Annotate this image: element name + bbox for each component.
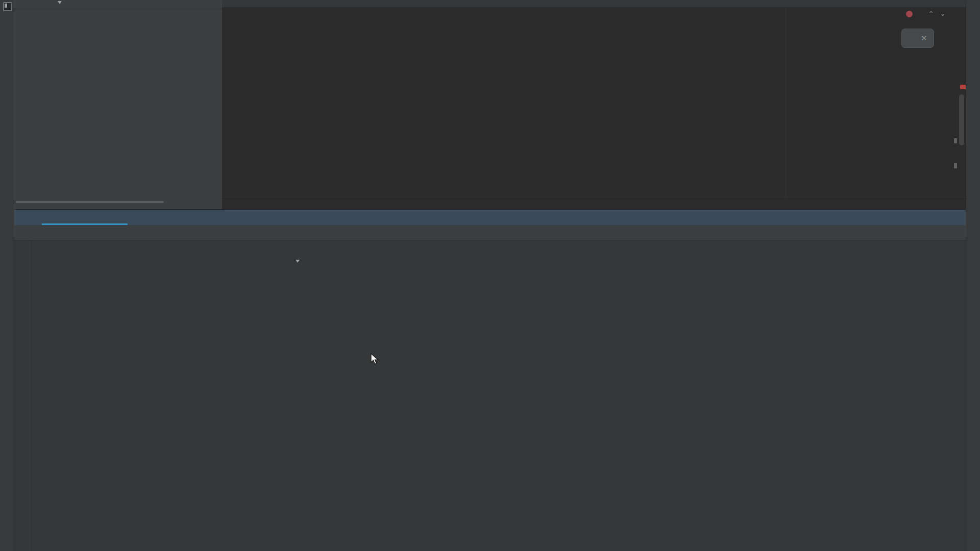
- editor[interactable]: ⌃ ⌄ ✕: [222, 0, 966, 209]
- right-margin-guide: [786, 7, 786, 197]
- left-tool-strip: [0, 0, 14, 551]
- project-panel-header: [14, 0, 222, 9]
- horizontal-scrollbar[interactable]: [16, 201, 164, 203]
- gear-icon[interactable]: [172, 1, 180, 9]
- project-view-icon: [17, 1, 25, 9]
- frames-panel: [32, 240, 304, 551]
- arrow-down-icon[interactable]: [280, 258, 287, 265]
- next-problem-icon[interactable]: ⌄: [939, 10, 947, 17]
- debug-panel-header: [14, 210, 966, 225]
- editor-scrollbar[interactable]: [959, 94, 964, 145]
- collapse-all-icon[interactable]: [143, 1, 152, 9]
- project-panel: [14, 0, 222, 209]
- arrow-up-icon[interactable]: [262, 258, 270, 265]
- locate-file-icon[interactable]: [130, 1, 138, 9]
- thread-selector[interactable]: [32, 254, 304, 269]
- debug-side-toolbar: [14, 240, 32, 551]
- inspection-widget[interactable]: ⌃ ⌄: [906, 10, 947, 17]
- ide-window: ⌃ ⌄ ✕: [0, 0, 980, 551]
- structure-icon[interactable]: [3, 507, 11, 516]
- error-indicator-icon: [906, 11, 913, 17]
- debug-panel: [14, 209, 966, 551]
- chevron-down-icon[interactable]: [58, 1, 62, 4]
- tool-window-icon: [3, 2, 12, 11]
- code-area[interactable]: [222, 7, 966, 197]
- gear-icon[interactable]: [944, 213, 952, 221]
- prev-problem-icon[interactable]: ⌃: [927, 10, 935, 17]
- breadcrumb: [222, 197, 966, 209]
- pull-requests-icon[interactable]: [3, 108, 11, 117]
- stripe-mark[interactable]: [954, 138, 957, 143]
- debug-toolbar: [14, 225, 966, 241]
- right-tool-strip: [966, 0, 980, 551]
- editor-tab-bar: [222, 0, 966, 7]
- mouse-cursor: [371, 353, 379, 367]
- chevron-down-icon[interactable]: [296, 260, 303, 267]
- folder-tab-icon[interactable]: [3, 51, 11, 59]
- debug-content: [14, 240, 966, 551]
- maven-reload-popup[interactable]: ✕: [901, 29, 934, 48]
- stripe-mark[interactable]: [954, 163, 957, 168]
- hide-panel-icon[interactable]: [185, 1, 193, 9]
- close-icon[interactable]: ✕: [921, 34, 927, 43]
- expand-all-icon[interactable]: [156, 1, 164, 9]
- debug-session-tab[interactable]: [43, 210, 61, 225]
- variables-panel: [305, 240, 966, 551]
